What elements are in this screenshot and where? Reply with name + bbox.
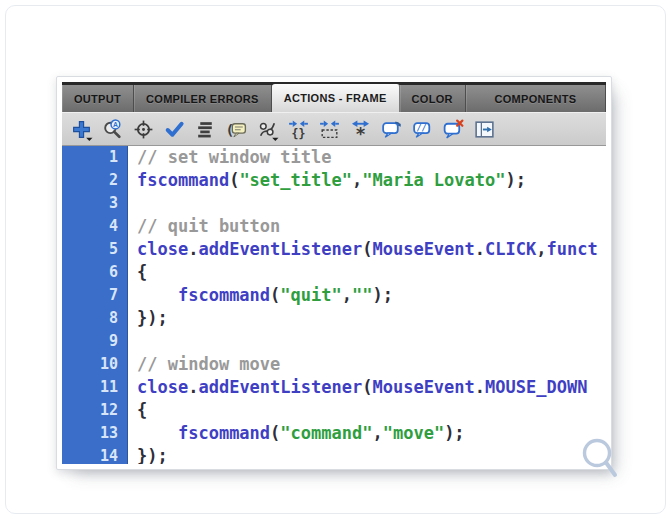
code-line: 12{ bbox=[62, 399, 606, 422]
script-pane[interactable]: 1// set window title2fscommand("set_titl… bbox=[62, 146, 606, 464]
line-number[interactable]: 1 bbox=[62, 146, 128, 169]
line-number[interactable]: 6 bbox=[62, 261, 128, 284]
tab-components[interactable]: COMPONENTS bbox=[466, 85, 606, 112]
line-number[interactable]: 9 bbox=[62, 330, 128, 353]
apply-line-comment-icon[interactable]: // bbox=[410, 117, 435, 142]
add-script-icon[interactable] bbox=[69, 117, 94, 142]
apply-block-comment-icon[interactable] bbox=[379, 117, 404, 142]
line-number[interactable]: 10 bbox=[62, 353, 128, 376]
line-number[interactable]: 13 bbox=[62, 422, 128, 445]
tab-output[interactable]: OUTPUT bbox=[62, 85, 134, 112]
code-text: // quit button bbox=[128, 215, 606, 238]
collapse-between-braces-icon[interactable]: {} bbox=[286, 117, 311, 142]
svg-text:{}: {} bbox=[292, 127, 306, 141]
code-text bbox=[128, 330, 606, 353]
actions-panel-inner: OUTPUTCOMPILER ERRORSACTIONS - FRAMECOLO… bbox=[62, 82, 606, 464]
expand-all-icon[interactable]: * bbox=[348, 117, 373, 142]
line-number[interactable]: 8 bbox=[62, 307, 128, 330]
code-text: }); bbox=[128, 307, 606, 330]
debug-options-icon[interactable] bbox=[255, 117, 280, 142]
line-number[interactable]: 12 bbox=[62, 399, 128, 422]
code-text: close.addEventListener(MouseEvent.CLICK,… bbox=[128, 238, 606, 261]
svg-text:A: A bbox=[113, 120, 118, 127]
auto-format-icon[interactable] bbox=[193, 117, 218, 142]
show-code-hint-icon[interactable]: ( bbox=[224, 117, 249, 142]
code-line: 13 fscommand("command","move"); bbox=[62, 422, 606, 445]
code-line: 2fscommand("set_title","Maria Lovato"); bbox=[62, 169, 606, 192]
code-line: 3 bbox=[62, 192, 606, 215]
code-line: 14}); bbox=[62, 445, 606, 464]
svg-text:*: * bbox=[355, 123, 366, 140]
code-line: 9 bbox=[62, 330, 606, 353]
code-text: { bbox=[128, 261, 606, 284]
code-line: 7 fscommand("quit",""); bbox=[62, 284, 606, 307]
code-text: }); bbox=[128, 445, 606, 464]
line-number[interactable]: 4 bbox=[62, 215, 128, 238]
code-text bbox=[128, 192, 606, 215]
code-line: 1// set window title bbox=[62, 146, 606, 169]
code-text: close.addEventListener(MouseEvent.MOUSE_… bbox=[128, 376, 606, 399]
remove-comment-icon[interactable] bbox=[441, 117, 466, 142]
panel-tab-bar: OUTPUTCOMPILER ERRORSACTIONS - FRAMECOLO… bbox=[62, 82, 606, 112]
check-syntax-icon[interactable] bbox=[162, 117, 187, 142]
code-text: fscommand("command","move"); bbox=[128, 422, 606, 445]
code-text: // set window title bbox=[128, 146, 606, 169]
line-number[interactable]: 2 bbox=[62, 169, 128, 192]
line-number[interactable]: 3 bbox=[62, 192, 128, 215]
code-line: 6{ bbox=[62, 261, 606, 284]
actions-toolbar: A ( {} bbox=[62, 112, 606, 146]
tab-color[interactable]: COLOR bbox=[400, 85, 466, 112]
svg-text://: // bbox=[417, 123, 427, 133]
code-text: fscommand("quit",""); bbox=[128, 284, 606, 307]
code-line: 5close.addEventListener(MouseEvent.CLICK… bbox=[62, 238, 606, 261]
code-line: 4// quit button bbox=[62, 215, 606, 238]
actions-panel: OUTPUTCOMPILER ERRORSACTIONS - FRAMECOLO… bbox=[56, 76, 612, 470]
line-number[interactable]: 14 bbox=[62, 445, 128, 464]
show-hide-toolbox-icon[interactable] bbox=[472, 117, 497, 142]
line-number[interactable]: 7 bbox=[62, 284, 128, 307]
code-text: // window move bbox=[128, 353, 606, 376]
code-text: fscommand("set_title","Maria Lovato"); bbox=[128, 169, 606, 192]
code-line: 11close.addEventListener(MouseEvent.MOUS… bbox=[62, 376, 606, 399]
insert-target-path-icon[interactable] bbox=[131, 117, 156, 142]
code-line: 10// window move bbox=[62, 353, 606, 376]
code-text: { bbox=[128, 399, 606, 422]
code-line: 8}); bbox=[62, 307, 606, 330]
collapse-selection-icon[interactable] bbox=[317, 117, 342, 142]
tab-actions-frame[interactable]: ACTIONS - FRAME bbox=[272, 84, 400, 112]
tab-compiler-errors[interactable]: COMPILER ERRORS bbox=[134, 85, 272, 112]
line-number[interactable]: 11 bbox=[62, 376, 128, 399]
line-number[interactable]: 5 bbox=[62, 238, 128, 261]
find-icon[interactable]: A bbox=[100, 117, 125, 142]
